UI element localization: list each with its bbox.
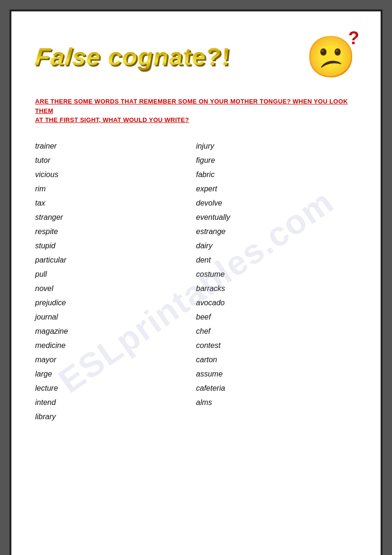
list-item: stranger bbox=[35, 210, 196, 225]
list-item: intend bbox=[35, 395, 196, 410]
list-item: journal bbox=[35, 310, 196, 324]
list-item: contest bbox=[196, 339, 357, 353]
list-item: tutor bbox=[35, 153, 196, 168]
list-item: large bbox=[35, 367, 196, 381]
emoji-container: 😕 ? bbox=[305, 30, 357, 83]
list-item: trainer bbox=[35, 139, 196, 153]
list-item: eventually bbox=[196, 210, 357, 225]
list-item: barracks bbox=[196, 282, 357, 296]
list-item: particular bbox=[35, 253, 196, 267]
list-item: dairy bbox=[196, 239, 357, 253]
subtitle: Are there some words that remember some … bbox=[35, 97, 357, 125]
page: ESLprintables.com False cognate?! 😕 ? Ar… bbox=[9, 9, 383, 555]
question-mark-icon: ? bbox=[348, 28, 359, 48]
word-list: trainerinjurytutorfigureviciousfabricrim… bbox=[35, 139, 357, 424]
list-item: fabric bbox=[196, 168, 357, 182]
list-item: assume bbox=[196, 367, 357, 381]
list-item: devolve bbox=[196, 196, 357, 210]
list-item: carton bbox=[196, 353, 357, 367]
list-item: magazine bbox=[35, 324, 196, 339]
list-item: beef bbox=[196, 310, 357, 324]
list-item: stupid bbox=[35, 239, 196, 253]
list-item: cafeteria bbox=[196, 381, 357, 395]
list-item: costume bbox=[196, 267, 357, 282]
list-item: library bbox=[35, 410, 196, 424]
list-item: estrange bbox=[196, 225, 357, 239]
list-item: mayor bbox=[35, 353, 196, 367]
list-item: rim bbox=[35, 182, 196, 196]
list-item: lecture bbox=[35, 381, 196, 395]
page-title: False cognate?! bbox=[33, 43, 232, 71]
list-item: prejudice bbox=[35, 296, 196, 310]
list-item: tax bbox=[35, 196, 196, 210]
list-item: dent bbox=[196, 253, 357, 267]
list-item: medicine bbox=[35, 339, 196, 353]
list-item: avocado bbox=[196, 296, 357, 310]
header: False cognate?! 😕 ? bbox=[35, 30, 357, 83]
list-item: novel bbox=[35, 282, 196, 296]
list-item: alms bbox=[196, 395, 357, 410]
list-item: chef bbox=[196, 324, 357, 339]
list-item bbox=[196, 410, 357, 424]
list-item: vicious bbox=[35, 168, 196, 182]
list-item: expert bbox=[196, 182, 357, 196]
list-item: respite bbox=[35, 225, 196, 239]
list-item: pull bbox=[35, 267, 196, 282]
list-item: figure bbox=[196, 153, 357, 168]
list-item: injury bbox=[196, 139, 357, 153]
